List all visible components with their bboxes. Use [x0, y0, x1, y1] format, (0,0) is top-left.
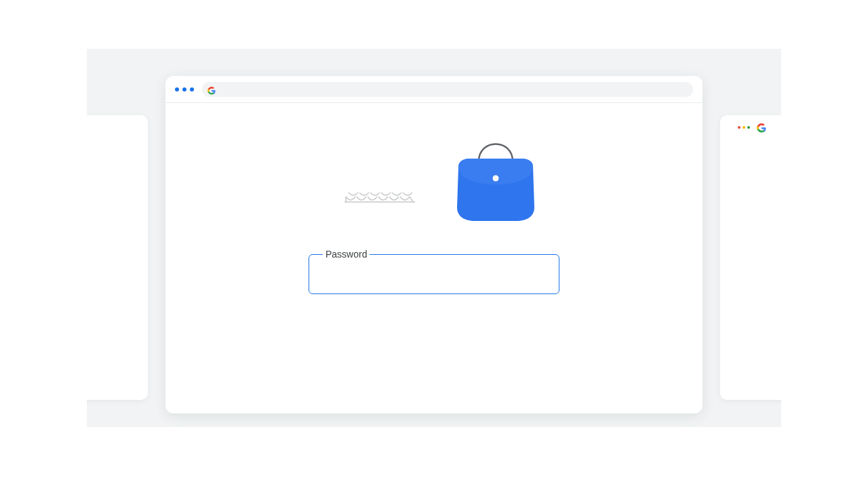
illustration-stage: Password	[87, 49, 781, 427]
window-controls-icon[interactable]	[175, 87, 194, 92]
window-dots-icon	[738, 126, 750, 129]
google-g-icon	[208, 85, 216, 94]
svg-point-0	[493, 176, 499, 182]
handbag-icon	[457, 144, 534, 222]
password-input[interactable]	[317, 256, 551, 290]
browser-window: Password	[165, 76, 703, 413]
page-content: Password	[165, 103, 703, 413]
url-input[interactable]	[220, 85, 693, 94]
egg-tray-icon	[344, 192, 415, 202]
password-field[interactable]: Password	[309, 249, 559, 294]
browser-chrome-bar	[165, 76, 703, 103]
background-browser-left	[87, 115, 148, 400]
hero-illustration	[319, 134, 549, 222]
url-bar[interactable]	[202, 82, 693, 97]
google-g-icon	[757, 123, 766, 133]
background-browser-right	[720, 115, 781, 400]
